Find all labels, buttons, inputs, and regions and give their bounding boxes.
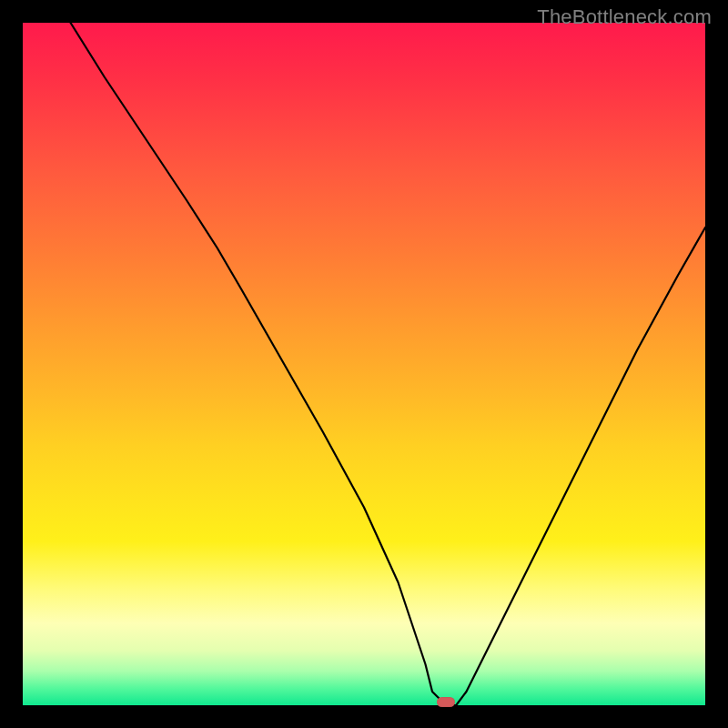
chart-frame: TheBottleneck.com (0, 0, 728, 728)
watermark-text: TheBottleneck.com (537, 5, 712, 29)
bottleneck-curve-path (71, 23, 706, 705)
optimal-point-marker (437, 697, 455, 707)
gradient-plot-area (23, 23, 705, 705)
bottleneck-curve-svg (23, 23, 705, 705)
